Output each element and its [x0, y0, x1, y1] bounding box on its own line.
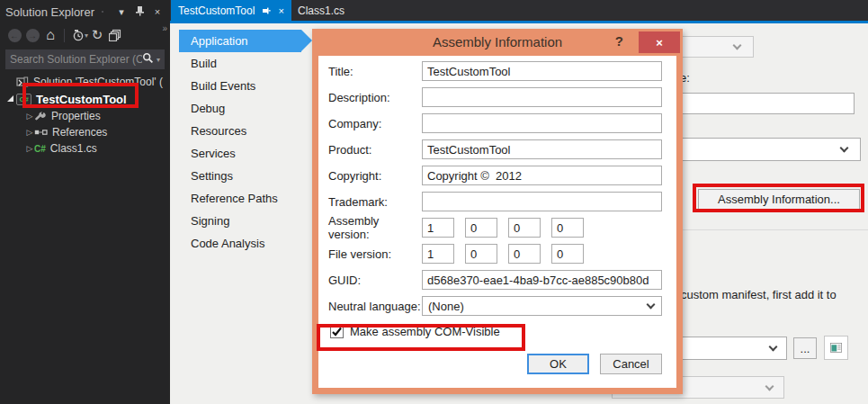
chevron-down-icon	[733, 41, 742, 50]
overflow-chevrons-icon[interactable]: »	[162, 23, 166, 33]
copyright-label: Copyright:	[328, 169, 422, 183]
back-icon[interactable]: ←	[5, 27, 23, 43]
copyright-input[interactable]	[422, 166, 662, 185]
page-tab-build-events[interactable]: Build Events	[179, 75, 301, 97]
tab-label: Class1.cs	[298, 4, 345, 17]
tree-label-solution: Solution 'TestCustomTool' (	[33, 76, 163, 88]
company-input[interactable]	[422, 113, 662, 133]
solution-explorer-header: Solution Explorer ▾ ×	[0, 0, 170, 23]
csharp-project-icon: C#	[16, 94, 31, 105]
search-input[interactable]: Search Solution Explorer (C	[10, 53, 142, 66]
panel-title: Solution Explorer	[5, 5, 94, 19]
product-label: Product:	[328, 143, 422, 157]
tab-label: TestCustomTool	[178, 4, 255, 17]
page-tab-build[interactable]: Build	[179, 52, 301, 75]
tree-item-class1[interactable]: ▷ C# Class1.cs	[0, 140, 170, 157]
assembly-version-minor-input[interactable]	[465, 218, 497, 238]
tree-item-properties[interactable]: ▷ Properties	[0, 108, 170, 124]
browse-button[interactable]: ...	[793, 337, 817, 359]
file-version-revision-input[interactable]	[551, 244, 584, 264]
refresh-icon[interactable]: ↻	[88, 27, 106, 43]
assembly-version-revision-input[interactable]	[551, 218, 584, 238]
solution-tree: Solution 'TestCustomTool' ( C# TestCusto…	[0, 74, 170, 157]
guid-input[interactable]	[422, 270, 662, 290]
file-version-build-input[interactable]	[508, 244, 541, 264]
search-box[interactable]: Search Solution Explorer (C ▾	[5, 49, 165, 69]
chevron-down-icon	[765, 382, 774, 391]
tab-pin-icon[interactable]	[262, 6, 271, 15]
panel-close-icon[interactable]: ×	[150, 6, 165, 17]
chevron-down-icon	[647, 301, 656, 310]
page-tab-services[interactable]: Services	[179, 142, 301, 165]
tab-class1[interactable]: Class1.cs	[291, 0, 352, 21]
page-tab-reference-paths[interactable]: Reference Paths	[179, 187, 301, 210]
pin-icon[interactable]	[132, 5, 147, 18]
title-label: Title:	[328, 65, 422, 78]
collapse-all-icon[interactable]	[106, 27, 124, 43]
tab-close-icon[interactable]: ×	[278, 5, 283, 16]
chevron-down-icon	[840, 144, 849, 153]
tree-item-project[interactable]: C# TestCustomTool	[0, 90, 170, 108]
title-input[interactable]	[422, 61, 662, 81]
neutral-language-dropdown[interactable]: (None)	[422, 296, 662, 316]
wrench-icon	[34, 111, 47, 122]
cancel-button[interactable]: Cancel	[600, 354, 662, 374]
assembly-version-build-input[interactable]	[508, 218, 541, 238]
search-icon[interactable]	[142, 51, 154, 67]
help-icon[interactable]: ?	[615, 33, 623, 49]
manifest-help-text: custom manifest, first add it to	[681, 288, 837, 301]
csharp-file-icon: C#	[34, 144, 46, 154]
trademark-label: Trademark:	[328, 195, 422, 209]
dialog-titlebar[interactable]: Assembly Information ? ×	[312, 29, 683, 56]
chevron-down-icon	[769, 343, 778, 352]
assembly-information-button[interactable]: Assembly Information...	[698, 189, 860, 210]
tree-item-solution[interactable]: Solution 'TestCustomTool' (	[0, 74, 170, 90]
page-tab-application[interactable]: Application	[179, 30, 301, 52]
ok-button[interactable]: OK	[527, 354, 589, 374]
product-input[interactable]	[422, 139, 662, 159]
panel-menu-icon[interactable]: ▾	[114, 6, 129, 18]
com-visible-row[interactable]: Make assembly COM-Visible	[328, 322, 662, 340]
com-visible-checkbox[interactable]	[330, 325, 344, 338]
vs-window: Solution Explorer ▾ × ← → ⌂ ▾ ↻ » Search…	[0, 0, 868, 404]
toolbar-separator	[64, 29, 65, 42]
tree-item-references[interactable]: ▷ References	[0, 124, 170, 140]
expander-collapsed-icon[interactable]: ▷	[25, 112, 34, 121]
active-document-accent-line	[170, 21, 868, 23]
trademark-input[interactable]	[422, 192, 662, 211]
page-tab-settings[interactable]: Settings	[179, 165, 301, 187]
solution-explorer-toolbar: ← → ⌂ ▾ ↻ »	[0, 23, 170, 47]
description-label: Description:	[328, 91, 422, 104]
search-dropdown-icon[interactable]: ▾	[157, 56, 160, 64]
tree-label-properties: Properties	[51, 110, 101, 122]
solution-explorer-panel: Solution Explorer ▾ × ← → ⌂ ▾ ↻ » Search…	[0, 0, 170, 404]
tree-label-project: TestCustomTool	[36, 93, 127, 106]
expander-collapsed-icon[interactable]: ▷	[25, 128, 34, 137]
description-input[interactable]	[422, 87, 662, 107]
tree-label-class1: Class1.cs	[50, 142, 97, 155]
expander-expanded-icon[interactable]	[7, 95, 13, 102]
page-tab-code-analysis[interactable]: Code Analysis	[179, 232, 301, 255]
file-version-minor-input[interactable]	[465, 244, 497, 264]
assembly-version-major-input[interactable]	[422, 218, 454, 238]
neutral-language-value: (None)	[428, 300, 464, 313]
expander-collapsed-icon[interactable]: ▷	[25, 144, 34, 153]
forward-icon[interactable]: →	[23, 27, 41, 43]
guid-label: GUID:	[328, 274, 422, 287]
dialog-title: Assembly Information	[312, 34, 683, 49]
document-tab-bar: TestCustomTool × Class1.cs	[170, 0, 868, 21]
home-icon[interactable]: ⌂	[41, 27, 59, 43]
tab-testcustomtool[interactable]: TestCustomTool ×	[171, 0, 291, 21]
page-tab-signing[interactable]: Signing	[179, 210, 301, 232]
resource-picker-icon[interactable]	[824, 336, 848, 360]
assembly-version-label: Assembly version:	[328, 214, 422, 241]
dialog-close-button[interactable]: ×	[639, 31, 680, 53]
panel-grip[interactable]	[102, 9, 103, 14]
solution-icon	[16, 76, 29, 87]
company-label: Company:	[328, 117, 422, 130]
file-version-major-input[interactable]	[422, 244, 454, 264]
property-pages-nav: Application Build Build Events Debug Res…	[179, 30, 301, 255]
page-tab-debug[interactable]: Debug	[179, 97, 301, 120]
page-tab-resources[interactable]: Resources	[179, 120, 301, 142]
dialog-body: Title: Description: Company: Product: Co…	[318, 56, 676, 388]
